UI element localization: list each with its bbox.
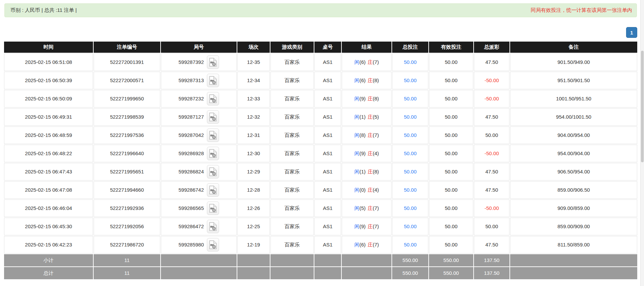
payout-cell: -50.00 bbox=[474, 72, 509, 89]
total-bet-link[interactable]: 50.00 bbox=[404, 224, 417, 230]
result-player-label: 闲 bbox=[354, 96, 359, 102]
page-1-button[interactable]: 1 bbox=[626, 27, 637, 38]
result-cell: 闲(5)庄(7) bbox=[342, 199, 391, 217]
total-bet-link[interactable]: 50.00 bbox=[404, 133, 417, 138]
footer-payout-cell: 137.50 bbox=[474, 267, 509, 279]
table-row: 2025-02-15 06:47:43522271995651599286824… bbox=[4, 163, 637, 181]
video-replay-button[interactable] bbox=[207, 220, 219, 233]
table-header-row: 时间注单编号局号场次游戏类别桌号结果总投注有效投注总派彩备注 bbox=[4, 42, 637, 53]
total-bet-link[interactable]: 50.00 bbox=[404, 187, 417, 193]
column-header-result: 结果 bbox=[342, 42, 391, 53]
bet-no-cell: 522271995651 bbox=[94, 163, 160, 181]
total-bet-link[interactable]: 50.00 bbox=[404, 96, 417, 102]
remark-cell: 859.00/909.00 bbox=[510, 218, 637, 235]
footer-valid_bet-cell: 550.00 bbox=[429, 267, 473, 279]
session-cell: 12-35 bbox=[237, 53, 270, 71]
game-cell: 百家乐 bbox=[270, 199, 314, 217]
result-banker-score: (7) bbox=[373, 206, 379, 211]
column-header-game: 游戏类别 bbox=[270, 42, 314, 53]
result-player-label: 闲 bbox=[354, 206, 359, 211]
time-cell: 2025-02-15 06:48:59 bbox=[4, 126, 93, 144]
video-replay-button[interactable] bbox=[207, 128, 219, 142]
total-bet-cell: 50.00 bbox=[392, 199, 428, 217]
table-row: 2025-02-15 06:49:31522271998539599287127… bbox=[4, 108, 637, 126]
session-cell: 12-34 bbox=[237, 72, 270, 89]
valid-bet-cell: 50.00 bbox=[429, 90, 473, 108]
video-icon bbox=[209, 113, 217, 121]
result-banker-score: (7) bbox=[373, 242, 379, 248]
round-number: 599287042 bbox=[178, 133, 204, 138]
total-bet-cell: 50.00 bbox=[392, 126, 428, 144]
bet-no-cell: 522271994660 bbox=[94, 181, 160, 199]
video-replay-button[interactable] bbox=[207, 147, 219, 160]
total-bet-link[interactable]: 50.00 bbox=[404, 59, 417, 65]
footer-remark-cell bbox=[510, 254, 637, 266]
result-cell: 闲(9)庄(7) bbox=[342, 218, 391, 235]
round-number-cell: 599287313 bbox=[161, 72, 237, 89]
footer-table-empty-cell bbox=[314, 254, 341, 266]
table-cell: AS1 bbox=[314, 90, 341, 108]
remark-cell: 1001.50/951.50 bbox=[510, 90, 637, 108]
column-header-payout: 总派彩 bbox=[474, 42, 509, 53]
footer-payout-cell: 137.50 bbox=[474, 254, 509, 266]
remark-cell: 909.00/859.00 bbox=[510, 199, 637, 217]
total-bet-link[interactable]: 50.00 bbox=[404, 206, 417, 211]
session-cell: 12-28 bbox=[237, 181, 270, 199]
time-cell: 2025-02-15 06:46:04 bbox=[4, 199, 93, 217]
total-bet-link[interactable]: 50.00 bbox=[404, 169, 417, 175]
time-cell: 2025-02-15 06:42:23 bbox=[4, 236, 93, 254]
payout-cell: 50.00 bbox=[474, 218, 509, 235]
footer-game-empty-cell bbox=[270, 254, 314, 266]
payout-cell: 47.50 bbox=[474, 236, 509, 254]
payout-cell: -50.00 bbox=[474, 90, 509, 108]
total-bet-link[interactable]: 50.00 bbox=[404, 242, 417, 248]
total-bet-link[interactable]: 50.00 bbox=[404, 151, 417, 157]
payout-cell: 50.00 bbox=[474, 126, 509, 144]
column-header-bet_no: 注单编号 bbox=[94, 42, 160, 53]
total-bet-link[interactable]: 50.00 bbox=[404, 78, 417, 84]
game-cell: 百家乐 bbox=[270, 145, 314, 162]
total-bet-link[interactable]: 50.00 bbox=[404, 114, 417, 120]
result-banker-score: (7) bbox=[373, 133, 379, 138]
video-replay-button[interactable] bbox=[207, 92, 219, 105]
video-replay-button[interactable] bbox=[207, 238, 219, 252]
result-player-score: (8) bbox=[359, 133, 365, 138]
round-number-cell: 599285980 bbox=[161, 236, 237, 254]
session-cell: 12-33 bbox=[237, 90, 270, 108]
valid-bet-cell: 50.00 bbox=[429, 236, 473, 254]
scrollbar-thumb[interactable] bbox=[641, 51, 644, 162]
video-replay-button[interactable] bbox=[207, 74, 219, 87]
video-replay-button[interactable] bbox=[207, 55, 219, 69]
round-number: 599287127 bbox=[178, 114, 204, 120]
table-row: 2025-02-15 06:48:22522271996640599286928… bbox=[4, 145, 637, 162]
game-cell: 百家乐 bbox=[270, 236, 314, 254]
result-player-label: 闲 bbox=[354, 151, 359, 157]
time-cell: 2025-02-15 06:51:08 bbox=[4, 53, 93, 71]
result-player-label: 闲 bbox=[354, 133, 359, 138]
result-banker-label: 庄 bbox=[368, 59, 373, 65]
video-replay-button[interactable] bbox=[207, 201, 219, 215]
video-replay-button[interactable] bbox=[207, 110, 219, 124]
remark-cell: 904.00/954.00 bbox=[510, 126, 637, 144]
valid-bet-cell: 50.00 bbox=[429, 53, 473, 71]
result-cell: 闲(8)庄(7) bbox=[342, 126, 391, 144]
remark-cell: 954.00/904.00 bbox=[510, 145, 637, 162]
vertical-scrollbar[interactable] bbox=[640, 0, 644, 286]
video-replay-button[interactable] bbox=[207, 165, 219, 178]
table-row: 2025-02-15 06:48:59522271997536599287042… bbox=[4, 126, 637, 144]
round-number: 599287313 bbox=[178, 78, 204, 84]
round-number-cell: 599286565 bbox=[161, 199, 237, 217]
total-bet-cell: 50.00 bbox=[392, 90, 428, 108]
result-banker-score: (8) bbox=[373, 169, 379, 175]
result-player-label: 闲 bbox=[354, 169, 359, 175]
bet-no-cell: 522271992056 bbox=[94, 218, 160, 235]
round-number-cell: 599287127 bbox=[161, 108, 237, 126]
result-player-score: (6) bbox=[359, 78, 365, 84]
result-cell: 闲(1)庄(8) bbox=[342, 163, 391, 181]
result-player-score: (0) bbox=[359, 187, 365, 193]
video-icon bbox=[209, 149, 217, 158]
table-cell: AS1 bbox=[314, 53, 341, 71]
round-number-cell: 599287392 bbox=[161, 53, 237, 71]
video-replay-button[interactable] bbox=[207, 183, 219, 197]
valid-bet-cell: 50.00 bbox=[429, 199, 473, 217]
